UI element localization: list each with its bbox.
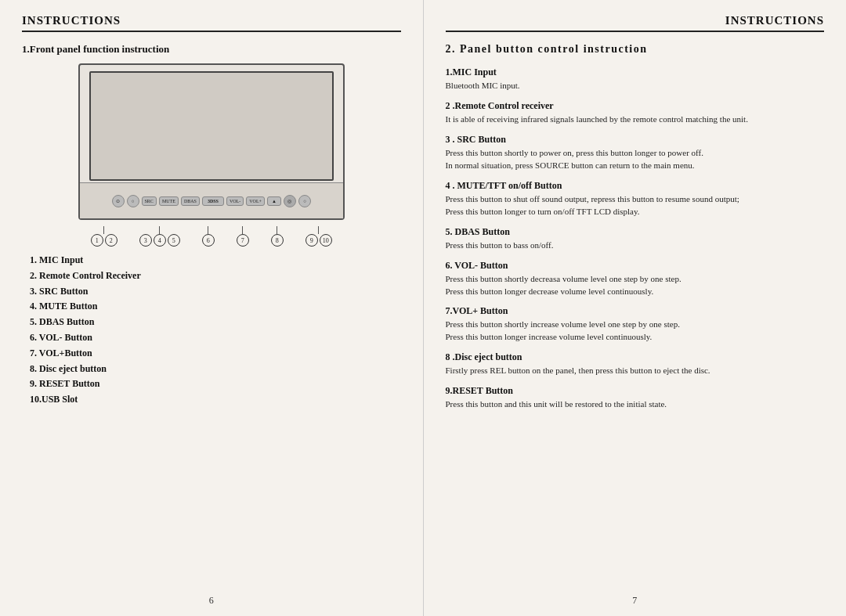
callout-5: 5	[168, 234, 180, 247]
instruction-desc-3: Press this button to shut off sound outp…	[446, 193, 790, 218]
instruction-desc-0: Bluetooth MIC input.	[446, 80, 790, 92]
instruction-title-4: 5. DBAS Button	[446, 226, 825, 238]
feature-item-8: 8. Disc eject button	[30, 362, 401, 377]
ctrl-vol-minus: VOL-	[226, 196, 244, 206]
feature-item-5: 5. DBAS Button	[30, 315, 401, 330]
right-page-number: 7	[632, 595, 637, 607]
feature-item-6: 6. VOL- Button	[30, 330, 401, 346]
instruction-title-7: 8 .Disc eject button	[446, 351, 825, 363]
instruction-desc-4: Press this button to bass on/off.	[446, 240, 790, 252]
right-header: INSTRUCTIONS	[446, 14, 825, 32]
instruction-desc-7: Firstly press REL button on the panel, t…	[446, 365, 790, 377]
feature-item-3: 3. SRC Button	[30, 284, 401, 300]
feature-item-2: 2. Remote Control Receiver	[30, 268, 401, 284]
callout-9: 9	[306, 234, 318, 247]
instruction-desc-5: Press this button shortly decreasa volum…	[446, 273, 790, 298]
ctrl-usb: ○	[298, 195, 311, 207]
instruction-title-2: 3 . SRC Button	[446, 134, 825, 146]
callout-10: 10	[320, 234, 332, 247]
callout-7: 7	[237, 234, 249, 247]
instruction-item-3: 4 . MUTE/TFT on/off Button Press this bu…	[446, 180, 825, 218]
left-title: INSTRUCTIONS	[22, 14, 401, 27]
callout-3: 3	[139, 234, 152, 247]
callout-8: 8	[271, 234, 284, 247]
instruction-item-1: 2 .Remote Control receiver It is able of…	[446, 100, 825, 126]
right-section-title: 2. Panel button control instruction	[446, 43, 825, 56]
ctrl-mute: MUTE	[159, 196, 179, 206]
instruction-desc-6: Press this button shortly increase volum…	[446, 319, 790, 344]
ctrl-eject-circle: ◎	[284, 195, 296, 207]
page-container: INSTRUCTIONS 1.Front panel function inst…	[0, 0, 846, 616]
ctrl-dbas: DBAS	[181, 196, 200, 206]
ctrl-eject: ▲	[267, 196, 281, 206]
instruction-title-3: 4 . MUTE/TFT on/off Button	[446, 180, 825, 192]
device-illustration: DVDXXXX ⊙ ○ SRC MUTE DBAS 3DSS VOL- VOL+…	[78, 63, 345, 220]
instruction-item-7: 8 .Disc eject button Firstly press REL b…	[446, 351, 825, 377]
ctrl-src: SRC	[142, 196, 157, 206]
instruction-desc-8: Press this button and this unit will be …	[446, 398, 790, 411]
instruction-desc-1: It is able of receiving infrared signals…	[446, 113, 790, 126]
instruction-title-0: 1.MIC Input	[446, 67, 825, 78]
instruction-title-1: 2 .Remote Control receiver	[446, 100, 825, 112]
left-section-title: 1.Front panel function instruction	[22, 43, 401, 56]
instruction-title-5: 6. VOL- Button	[446, 260, 825, 272]
feature-item-9: 9. RESET Button	[30, 376, 401, 392]
instruction-item-0: 1.MIC Input Bluetooth MIC input.	[446, 67, 825, 92]
feature-item-7: 7. VOL+Button	[30, 346, 401, 362]
left-page-number: 6	[209, 595, 214, 607]
instruction-item-5: 6. VOL- Button Press this button shortly…	[446, 260, 825, 298]
instruction-title-8: 9.RESET Button	[446, 385, 825, 397]
ctrl-src-outer: ⊙	[112, 195, 125, 207]
ctrl-vol-plus: VOL+	[246, 196, 265, 206]
feature-item-1: 1. MIC Input	[30, 253, 401, 268]
callout-4: 4	[154, 234, 166, 247]
callout-6: 6	[202, 234, 215, 247]
left-header: INSTRUCTIONS	[22, 14, 401, 32]
right-page: INSTRUCTIONS 2. Panel button control ins…	[424, 0, 847, 616]
ctrl-small: ○	[127, 195, 139, 207]
instruction-desc-2: Press this button shortly to power on, p…	[446, 147, 790, 172]
device-screen	[89, 71, 334, 181]
feature-list: 1. MIC Input 2. Remote Control Receiver …	[22, 253, 401, 408]
feature-item-10: 10.USB Slot	[30, 392, 401, 408]
callout-2: 2	[105, 234, 118, 247]
device-controls: ⊙ ○ SRC MUTE DBAS 3DSS VOL- VOL+ ▲ ◎ ○	[80, 182, 343, 218]
left-page: INSTRUCTIONS 1.Front panel function inst…	[0, 0, 424, 616]
instruction-title-6: 7.VOL+ Button	[446, 305, 825, 317]
instruction-item-4: 5. DBAS Button Press this button to bass…	[446, 226, 825, 252]
callout-1: 1	[91, 234, 103, 247]
callout-area: 1 2 3 4 5 6	[78, 226, 345, 247]
instruction-item-6: 7.VOL+ Button Press this button shortly …	[446, 305, 825, 344]
instruction-item-8: 9.RESET Button Press this button and thi…	[446, 385, 825, 411]
feature-item-4: 4. MUTE Button	[30, 299, 401, 315]
right-title: INSTRUCTIONS	[446, 14, 825, 27]
instruction-item-2: 3 . SRC Button Press this button shortly…	[446, 134, 825, 172]
ctrl-3dss: 3DSS	[202, 196, 224, 206]
